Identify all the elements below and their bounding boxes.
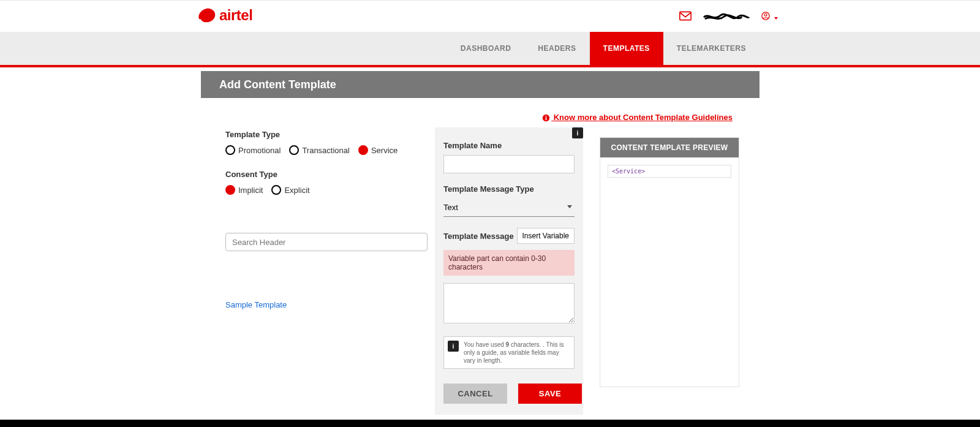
- preview-title: CONTENT TEMPLATE PREVIEW: [600, 138, 739, 157]
- template-message-label: Template Message: [443, 232, 514, 241]
- content-header: Add Content Template: [201, 71, 760, 98]
- preview-content: <Service>: [608, 165, 731, 178]
- insert-variable-button[interactable]: Insert Variable: [517, 228, 575, 244]
- nav-headers[interactable]: HEADERS: [524, 32, 589, 65]
- template-message-type-label: Template Message Type: [443, 184, 575, 194]
- footer-bar: [0, 420, 980, 427]
- radio-promotional[interactable]: Promotional: [225, 145, 281, 155]
- know-more-link[interactable]: Know more about Content Template Guideli…: [542, 113, 733, 122]
- search-header-input[interactable]: [225, 233, 428, 251]
- info-icon: i: [448, 341, 459, 352]
- radio-transactional[interactable]: Transactional: [289, 145, 350, 155]
- user-menu[interactable]: [761, 12, 778, 22]
- radio-icon: [289, 145, 299, 155]
- template-name-label: Template Name: [443, 141, 575, 150]
- radio-explicit[interactable]: Explicit: [271, 185, 309, 195]
- template-message-type-select[interactable]: [443, 198, 575, 217]
- user-icon: [761, 13, 772, 22]
- template-type-label: Template Type: [225, 130, 428, 139]
- brand-logo[interactable]: airtel: [196, 6, 252, 25]
- chevron-down-icon: [774, 17, 778, 20]
- template-name-input[interactable]: [443, 155, 575, 173]
- radio-icon: [225, 145, 235, 155]
- airtel-swirl-icon: [196, 6, 217, 25]
- svg-rect-0: [680, 12, 691, 20]
- sample-template-link[interactable]: Sample Template: [225, 300, 287, 309]
- nav-dashboard[interactable]: DASHBOARD: [447, 32, 525, 65]
- consent-type-label: Consent Type: [225, 170, 428, 179]
- nav-templates[interactable]: TEMPLATES: [590, 32, 663, 65]
- brand-name: airtel: [219, 7, 252, 24]
- radio-icon: [271, 185, 281, 195]
- char-count-note: i You have used 9 characters. . This is …: [443, 336, 575, 369]
- radio-service[interactable]: Service: [358, 145, 398, 155]
- radio-icon: [225, 185, 235, 195]
- template-message-textarea[interactable]: [443, 283, 575, 323]
- radio-icon: [358, 145, 368, 155]
- cancel-button[interactable]: CANCEL: [443, 384, 507, 404]
- page-title: Add Content Template: [219, 78, 336, 91]
- preview-panel: CONTENT TEMPLATE PREVIEW <Service>: [600, 137, 739, 387]
- svg-point-2: [764, 13, 767, 16]
- svg-rect-4: [546, 117, 547, 120]
- nav-telemarketers[interactable]: TELEMARKETERS: [663, 32, 760, 65]
- info-icon: [542, 114, 550, 122]
- chevron-down-icon: [567, 205, 572, 208]
- variable-note: Variable part can contain 0-30 character…: [443, 250, 575, 276]
- save-button[interactable]: SAVE: [518, 384, 582, 404]
- mail-icon[interactable]: [679, 11, 692, 23]
- info-badge-icon[interactable]: i: [572, 127, 583, 138]
- main-nav: DASHBOARD HEADERS TEMPLATES TELEMARKETER…: [0, 32, 980, 67]
- svg-point-5: [546, 116, 547, 117]
- radio-implicit[interactable]: Implicit: [225, 185, 263, 195]
- redacted-username: [703, 12, 750, 23]
